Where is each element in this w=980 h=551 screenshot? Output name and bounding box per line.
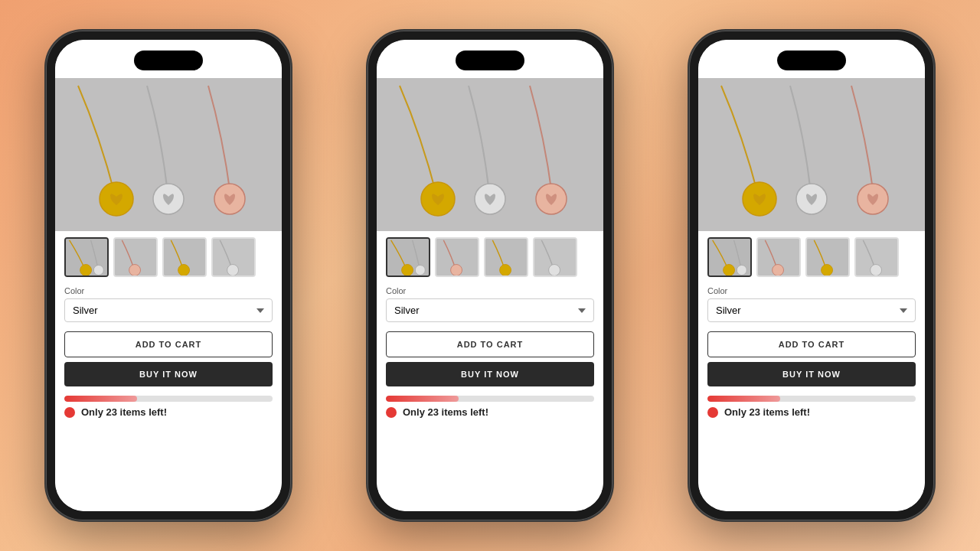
svg-point-23: [500, 264, 511, 276]
add-to-cart-button-3[interactable]: ADD TO CART: [707, 331, 916, 357]
add-to-cart-button-2[interactable]: ADD TO CART: [386, 331, 594, 357]
phone-frame-1: Color Silver Gold Rose Gold ADD TO CART …: [46, 31, 291, 520]
thumbnail-3-1[interactable]: [756, 237, 801, 277]
thumbnail-2-1[interactable]: [435, 237, 479, 277]
stock-dot-2: [386, 407, 397, 418]
stock-bar-fill-1: [64, 396, 137, 402]
color-select-2[interactable]: Silver Gold Rose Gold: [386, 298, 594, 322]
color-label-1: Color: [64, 286, 273, 295]
thumbnail-row-3: [698, 231, 925, 283]
buy-it-now-button-3[interactable]: BUY IT NOW: [707, 362, 916, 386]
thumbnail-2-3[interactable]: [533, 237, 577, 277]
svg-point-36: [822, 264, 833, 276]
screen-content-2: Color Silver Gold Rose Gold ADD TO CART …: [377, 40, 603, 511]
phone-mockup-2: Color Silver Gold Rose Gold ADD TO CART …: [329, 15, 651, 536]
svg-point-5: [80, 264, 92, 276]
stock-section-2: Only 23 items left!: [377, 393, 603, 421]
buttons-section-1: ADD TO CART BUY IT NOW: [55, 325, 282, 393]
thumbnail-3-0[interactable]: [707, 237, 752, 277]
color-select-3[interactable]: Silver Gold Rose Gold: [707, 298, 916, 322]
thumbnail-1-1[interactable]: [113, 237, 158, 277]
phone-screen-1: Color Silver Gold Rose Gold ADD TO CART …: [55, 40, 282, 511]
buttons-section-2: ADD TO CART BUY IT NOW: [377, 325, 603, 393]
phone-screen-2: Color Silver Gold Rose Gold ADD TO CART …: [377, 40, 603, 511]
add-to-cart-button-1[interactable]: ADD TO CART: [64, 331, 273, 357]
thumbnail-2-2[interactable]: [484, 237, 528, 277]
thumbnail-3-2[interactable]: [805, 237, 850, 277]
stock-dot-3: [707, 407, 718, 418]
dynamic-island-3: [777, 51, 846, 70]
stock-section-1: Only 23 items left!: [55, 393, 282, 421]
product-image-main-2: [377, 78, 603, 231]
product-image-main-3: [698, 78, 925, 231]
thumbnail-1-0[interactable]: [64, 237, 109, 277]
color-label-3: Color: [707, 286, 916, 295]
phone-frame-2: Color Silver Gold Rose Gold ADD TO CART …: [368, 31, 612, 520]
stock-text-2: Only 23 items left!: [403, 406, 488, 418]
svg-point-38: [871, 264, 882, 276]
buy-it-now-button-1[interactable]: BUY IT NOW: [64, 362, 273, 386]
stock-text-1: Only 23 items left!: [81, 406, 167, 418]
thumbnail-row-1: [55, 231, 282, 283]
phone-screen-3: Color Silver Gold Rose Gold ADD TO CART …: [698, 40, 925, 511]
thumbnail-2-0[interactable]: [386, 237, 430, 277]
screen-content-1: Color Silver Gold Rose Gold ADD TO CART …: [55, 40, 282, 511]
color-section-3: Color Silver Gold Rose Gold: [698, 283, 925, 325]
color-label-2: Color: [386, 286, 594, 295]
svg-point-32: [737, 265, 746, 275]
stock-bar-fill-3: [707, 396, 780, 402]
svg-point-18: [402, 264, 413, 276]
phone-frame-3: Color Silver Gold Rose Gold ADD TO CART …: [689, 31, 934, 520]
stock-section-3: Only 23 items left!: [698, 393, 925, 421]
stock-dot-1: [64, 407, 75, 418]
stock-text-row-2: Only 23 items left!: [386, 406, 594, 418]
stock-bar-fill-2: [386, 396, 459, 402]
svg-point-25: [549, 264, 560, 276]
screen-content-3: Color Silver Gold Rose Gold ADD TO CART …: [698, 40, 925, 511]
stock-text-row-1: Only 23 items left!: [64, 406, 273, 418]
stock-bar-container-1: [64, 396, 273, 402]
buttons-section-3: ADD TO CART BUY IT NOW: [698, 325, 925, 393]
svg-point-10: [178, 264, 190, 276]
svg-point-19: [415, 265, 425, 275]
thumbnail-3-3[interactable]: [854, 237, 899, 277]
stock-bar-container-2: [386, 396, 594, 402]
thumbnail-1-3[interactable]: [211, 237, 256, 277]
svg-point-21: [451, 264, 462, 276]
stock-text-3: Only 23 items left!: [724, 406, 810, 418]
phone-mockup-1: Color Silver Gold Rose Gold ADD TO CART …: [8, 15, 329, 536]
stock-text-row-3: Only 23 items left!: [707, 406, 916, 418]
color-section-2: Color Silver Gold Rose Gold: [377, 283, 603, 325]
color-select-1[interactable]: Silver Gold Rose Gold: [64, 298, 273, 322]
dynamic-island-2: [456, 51, 524, 70]
svg-point-12: [227, 264, 239, 276]
stock-bar-container-3: [707, 396, 916, 402]
product-image-main-1: [55, 78, 282, 231]
svg-point-31: [724, 264, 735, 276]
svg-point-34: [773, 264, 784, 276]
dynamic-island-1: [134, 51, 203, 70]
buy-it-now-button-2[interactable]: BUY IT NOW: [386, 362, 594, 386]
color-section-1: Color Silver Gold Rose Gold: [55, 283, 282, 325]
thumbnail-row-2: [377, 231, 603, 283]
thumbnail-1-2[interactable]: [162, 237, 207, 277]
phone-mockup-3: Color Silver Gold Rose Gold ADD TO CART …: [651, 15, 972, 536]
svg-point-8: [129, 264, 141, 276]
svg-point-6: [93, 265, 103, 275]
